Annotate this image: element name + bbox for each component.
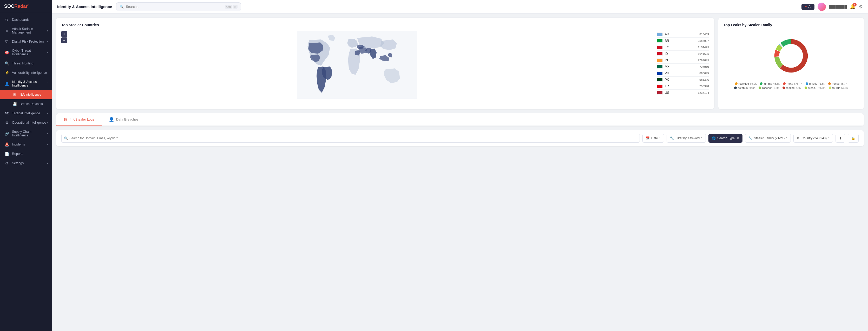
country-row: TR753348 [657, 83, 709, 90]
ai-button[interactable]: ✦ AI [802, 4, 814, 10]
main-content: Identity & Access Intelligence 🔍 Ctrl K … [52, 0, 868, 331]
stealer-family-filter-button[interactable]: 🔧 Stealer Family (21/21) ˅ [745, 134, 791, 143]
country-flag [657, 52, 663, 56]
sidebar-item-cyber-threat[interactable]: 🎯 Cyber Threat Intelligence › [0, 46, 52, 59]
sidebar-item-incidents[interactable]: 🚨 Incidents › [0, 140, 52, 149]
sidebar-item-label: Supply Chain Intelligence [12, 130, 47, 137]
chevron-right-icon: › [47, 162, 48, 165]
tabs-card: 🖥 InfoStealer Logs 👤 Data Breaches [56, 113, 864, 126]
legend-value: 878.7K [794, 82, 803, 85]
country-code: PK [665, 78, 670, 81]
tab-label: Data Breaches [116, 118, 138, 121]
sidebar-item-operational[interactable]: ⚙ Operational Intelligence › [0, 118, 52, 127]
search-input[interactable] [126, 5, 223, 8]
chevron-right-icon: › [47, 40, 48, 43]
country-list: AR813463BR2585927EG1104495ID1641695IN279… [657, 31, 709, 104]
logo-mark: ® [28, 4, 29, 6]
sidebar-item-supply-chain[interactable]: 🔗 Supply Chain Intelligence › [0, 127, 52, 140]
legend-name: hawklog [739, 82, 749, 85]
date-filter-button[interactable]: 📅 Date ˅ [643, 134, 664, 143]
country-count: 2799645 [698, 59, 709, 62]
map-visual: + − [61, 31, 653, 104]
close-icon[interactable]: ✕ [737, 137, 739, 140]
sidebar-item-settings[interactable]: ⚙ Settings › [0, 159, 52, 168]
legend-dot [735, 82, 738, 85]
ctrl-kbd: Ctrl [225, 5, 232, 8]
donut-card-title: Top Leaks by Stealer Family [723, 23, 859, 27]
world-map [61, 31, 653, 99]
country-count: 1641695 [698, 52, 709, 55]
legend-dot [760, 82, 763, 85]
download-button[interactable]: ⬇ [836, 134, 845, 143]
sidebar-item-identity-access[interactable]: 👤 Identity & Access Intelligence ˅ [0, 77, 52, 90]
infostealer-tab-icon: 🖥 [63, 117, 68, 122]
tactical-icon: 🗺 [4, 111, 9, 115]
search-type-filter-button[interactable]: 🌐 Search Type ✕ [708, 134, 742, 143]
sidebar-item-dashboards[interactable]: ⊙ Dashboards [0, 15, 52, 25]
chevron-right-icon: › [47, 121, 48, 124]
country-code: IN [665, 59, 670, 62]
sidebar-item-digital-risk[interactable]: 🛡 Digital Risk Protection › [0, 37, 52, 46]
keyword-filter-button[interactable]: 🔧 Filter by Keyword ˅ [666, 134, 706, 143]
chevron-right-icon: › [47, 112, 48, 115]
calendar-icon: 📅 [646, 136, 650, 140]
donut-card: Top Leaks by Stealer Family hawklog 69.9… [718, 18, 864, 109]
settings-btn[interactable]: ⚙ [859, 4, 863, 10]
country-flag [657, 65, 663, 69]
legend-name: taurus [832, 86, 840, 89]
country-row: PH860645 [657, 70, 709, 77]
content-area: Top Stealer Countries + − [52, 13, 868, 331]
sidebar-item-label: Breach Datasets [20, 102, 43, 106]
logo-soc: SOC [4, 4, 14, 9]
sidebar-item-breach-datasets[interactable]: 💾 Breach Datasets [0, 99, 52, 109]
legend-item: taurus 57.6K [829, 86, 848, 89]
tab-infostealer[interactable]: 🖥 InfoStealer Logs [56, 113, 102, 126]
country-code: ID [665, 52, 670, 56]
country-filter-button[interactable]: 🏳 Country (248/248) ˅ [794, 134, 833, 143]
donut-wrapper: hawklog 69.9K lumma 43.5K meta 878.7K my… [723, 31, 859, 89]
search-bar[interactable]: 🔍 Ctrl K [116, 2, 241, 11]
breach-icon: 💾 [12, 102, 17, 106]
chevron-down-icon: ˅ [46, 82, 48, 85]
chevron-down-icon: ˅ [786, 137, 787, 140]
country-count: 1104495 [698, 46, 709, 49]
legend-value: 7.6M [796, 87, 802, 89]
attack-surface-icon: ◈ [4, 29, 9, 33]
sidebar-item-tactical[interactable]: 🗺 Tactical Intelligence › [0, 109, 52, 118]
notification-btn[interactable]: 🔔 5 [850, 4, 856, 10]
sidebar-item-label: Reports [12, 152, 23, 156]
sidebar-item-label: Identity & Access Intelligence [12, 80, 46, 87]
operational-icon: ⚙ [4, 121, 9, 125]
cyber-threat-icon: 🎯 [4, 51, 9, 55]
sidebar-item-threat-hunting[interactable]: 🔍 Threat Hunting [0, 59, 52, 68]
country-count: 1237104 [698, 91, 709, 94]
supply-chain-icon: 🔗 [4, 131, 9, 136]
legend-name: nexus [832, 82, 839, 85]
vulnerability-icon: ⚡ [4, 71, 9, 75]
filter-search-input[interactable] [61, 134, 640, 143]
reports-icon: 📄 [4, 152, 9, 156]
sidebar-item-iaa-intelligence[interactable]: 🖥 I&A Intelligence [0, 90, 52, 99]
legend-name: octopus [738, 86, 748, 89]
legend-item: nexus 48.7K [828, 82, 847, 85]
map-card-title: Top Stealer Countries [61, 23, 709, 27]
legend-name: meta [787, 82, 793, 85]
sidebar-item-attack-surface[interactable]: ◈ Attack Surface Management › [0, 25, 52, 37]
country-code: AR [665, 32, 670, 36]
country-row: BR2585927 [657, 38, 709, 44]
username: ████████ [829, 5, 847, 8]
legend-dot [805, 87, 807, 89]
iaa-icon: 🖥 [12, 93, 17, 97]
sidebar-item-vulnerability[interactable]: ⚡ Vulnerability Intelligence [0, 68, 52, 77]
country-flag [657, 59, 663, 62]
dashboards-icon: ⊙ [4, 18, 9, 22]
legend-item: hawklog 69.9K [735, 82, 757, 85]
zoom-in-button[interactable]: + [61, 31, 67, 37]
zoom-out-button[interactable]: − [61, 37, 67, 43]
sidebar-item-reports[interactable]: 📄 Reports [0, 149, 52, 159]
legend-name: redline [786, 86, 795, 89]
map-controls: + − [61, 31, 67, 43]
lock-button[interactable]: 🔒 [848, 134, 859, 143]
tab-data-breaches[interactable]: 👤 Data Breaches [102, 113, 146, 126]
legend-dot [758, 87, 761, 89]
